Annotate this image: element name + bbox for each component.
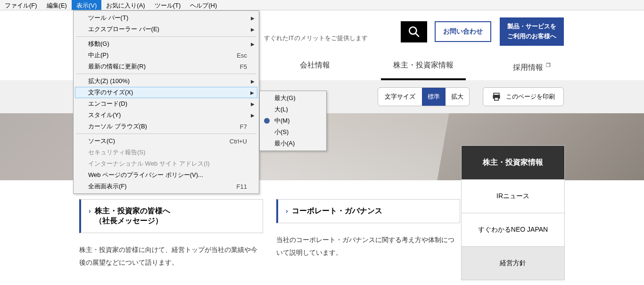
submenu-arrow-icon: ▶ <box>250 90 254 95</box>
submenu-arrow-icon: ▶ <box>251 42 255 47</box>
menu-item-label: 最小(A) <box>274 139 314 148</box>
submenu-arrow-icon: ▶ <box>251 16 255 21</box>
search-icon <box>408 25 420 38</box>
menu-item-label: 最大(G) <box>274 94 314 102</box>
menu-item-label: セキュリティ報告(S) <box>88 148 247 157</box>
textsize-menu-item[interactable]: 中(M) <box>261 115 325 126</box>
menu-shortcut: F5 <box>240 63 247 70</box>
sidebar-item-policy[interactable]: 経営方針 <box>462 246 564 280</box>
svg-rect-4 <box>495 98 498 101</box>
sidebar-header: 株主・投資家情報 <box>462 146 564 179</box>
chevron-right-icon: › <box>286 207 288 215</box>
nav-recruit[interactable]: 採用情報 ❐ <box>478 53 586 80</box>
search-button[interactable] <box>401 21 427 42</box>
menu-item-label: 移動(G) <box>88 40 247 48</box>
block-message-title-l1: 株主・投資家の皆様へ <box>95 207 170 215</box>
nav-investors[interactable]: 株主・投資家情報 <box>369 53 478 80</box>
block-governance-header[interactable]: › コーポレート・ガバナンス <box>276 199 460 223</box>
menu-shortcut: Esc <box>237 52 247 59</box>
printer-icon <box>492 92 501 101</box>
nav-recruit-label: 採用情報 <box>513 63 543 71</box>
menu-item-label: 大(L) <box>274 105 314 114</box>
view-menu-item[interactable]: ソース(C)Ctrl+U <box>75 135 257 147</box>
view-menu-item[interactable]: エンコード(D)▶ <box>75 98 257 109</box>
menubar-help[interactable]: ヘルプ(H) <box>185 0 222 10</box>
block-governance: › コーポレート・ガバナンス 当社のコーポレート・ガバナンスに関する考え方や体制… <box>276 199 460 268</box>
menu-item-label: スタイル(Y) <box>88 111 247 119</box>
textsize-menu-item[interactable]: 最小(A) <box>261 138 325 149</box>
nav-company[interactable]: 会社情報 <box>261 53 369 80</box>
menubar-edit[interactable]: 編集(E) <box>42 0 72 10</box>
view-menu-item[interactable]: 移動(G)▶ <box>75 38 257 50</box>
font-size-standard[interactable]: 標準 <box>422 88 446 106</box>
view-menu-item[interactable]: Web ページのプライバシー ポリシー(V)... <box>75 169 257 181</box>
submenu-arrow-icon: ▶ <box>251 113 255 118</box>
sidebar-card: 株主・投資家情報 IRニュース すぐわかるNEO JAPAN 経営方針 <box>461 145 565 280</box>
font-size-selector: 文字サイズ 標準 拡大 <box>378 87 470 106</box>
menubar-tools[interactable]: ツール(T) <box>150 0 186 10</box>
view-menu-item[interactable]: ツール バー(T)▶ <box>75 12 257 24</box>
menubar-favorites[interactable]: お気に入り(A) <box>101 0 149 10</box>
font-size-large[interactable]: 拡大 <box>446 92 469 101</box>
menu-item-label: 中(M) <box>274 117 314 125</box>
menu-shortcut: F7 <box>240 123 247 130</box>
menu-item-label: ソース(C) <box>88 137 230 145</box>
view-menu-item: インターナショナル Web サイト アドレス(I) <box>75 158 257 169</box>
menu-item-label: 拡大(Z) (100%) <box>88 77 247 85</box>
tagline: すぐれたITのメリットをご提供します <box>264 34 368 42</box>
block-message-title-l2: （社長メッセージ） <box>95 217 163 225</box>
cta-button[interactable]: 製品・サービスを ご利用のお客様へ <box>500 17 564 46</box>
selected-radio-icon <box>264 118 270 124</box>
menu-item-label: 中止(P) <box>88 51 237 59</box>
svg-line-1 <box>415 33 419 37</box>
submenu-arrow-icon: ▶ <box>251 27 255 32</box>
font-size-label: 文字サイズ <box>378 92 422 101</box>
menubar-view[interactable]: 表示(V) <box>72 0 101 10</box>
view-menu-item[interactable]: 文字のサイズ(X)▶ <box>75 87 257 98</box>
menu-item-label: インターナショナル Web サイト アドレス(I) <box>88 159 247 168</box>
view-menu: ツール バー(T)▶エクスプローラー バー(E)▶移動(G)▶中止(P)Esc最… <box>73 10 259 194</box>
menu-item-label: ツール バー(T) <box>88 14 247 22</box>
sidebar-item-about[interactable]: すぐわかるNEO JAPAN <box>462 213 564 246</box>
block-governance-body: 当社のコーポレート・ガバナンスに関する考え方や体制について説明しています。 <box>276 234 460 259</box>
chevron-right-icon: › <box>89 207 91 215</box>
view-menu-item[interactable]: 中止(P)Esc <box>75 50 257 61</box>
menu-item-label: 全画面表示(F) <box>88 182 237 191</box>
view-menu-item[interactable]: スタイル(Y)▶ <box>75 109 257 121</box>
menubar-file[interactable]: ファイル(F) <box>0 0 42 10</box>
external-link-icon: ❐ <box>546 62 551 68</box>
menu-item-label: エクスプローラー バー(E) <box>88 25 247 34</box>
view-menu-item[interactable]: カーソル ブラウズ(B)F7 <box>75 121 257 132</box>
block-message-body: 株主・投資家の皆様に向けて、経営トップが当社の業績や今後の展望などについて語りま… <box>79 243 263 268</box>
print-label: このページを印刷 <box>506 92 555 101</box>
textsize-menu-item[interactable]: 小(S) <box>261 126 325 138</box>
block-message-header[interactable]: › 株主・投資家の皆様へ （社長メッセージ） <box>79 199 263 233</box>
view-menu-item[interactable]: エクスプローラー バー(E)▶ <box>75 24 257 35</box>
cta-line2: ご利用のお客様へ <box>507 33 556 40</box>
menu-item-label: Web ページのプライバシー ポリシー(V)... <box>88 171 247 179</box>
sidebar-item-irnews[interactable]: IRニュース <box>462 179 564 213</box>
menu-shortcut: Ctrl+U <box>230 138 247 145</box>
submenu-arrow-icon: ▶ <box>251 79 255 84</box>
block-governance-title: コーポレート・ガバナンス <box>292 206 382 216</box>
textsize-menu-item[interactable]: 最大(G) <box>261 92 325 104</box>
contact-button[interactable]: お問い合わせ <box>435 21 491 42</box>
menu-shortcut: F11 <box>237 183 247 190</box>
view-menu-item[interactable]: 最新の情報に更新(R)F5 <box>75 61 257 72</box>
textsize-menu-item[interactable]: 大(L) <box>261 104 325 115</box>
view-menu-item: セキュリティ報告(S) <box>75 147 257 158</box>
text-size-submenu: 最大(G)大(L)中(M)小(S)最小(A) <box>259 91 327 151</box>
menubar: ファイル(F) 編集(E) 表示(V) お気に入り(A) ツール(T) ヘルプ(… <box>0 0 644 10</box>
print-button[interactable]: このページを印刷 <box>483 87 564 106</box>
view-menu-item[interactable]: 拡大(Z) (100%)▶ <box>75 75 257 87</box>
svg-point-0 <box>409 27 416 34</box>
menu-item-label: エンコード(D) <box>88 100 247 108</box>
menu-item-label: 小(S) <box>274 128 314 136</box>
menu-item-label: 文字のサイズ(X) <box>88 88 247 97</box>
view-menu-item[interactable]: 全画面表示(F)F11 <box>75 181 257 192</box>
block-message: › 株主・投資家の皆様へ （社長メッセージ） 株主・投資家の皆様に向けて、経営ト… <box>79 199 263 268</box>
menu-item-label: 最新の情報に更新(R) <box>88 62 240 71</box>
menu-item-label: カーソル ブラウズ(B) <box>88 122 240 131</box>
svg-rect-2 <box>494 93 499 95</box>
submenu-arrow-icon: ▶ <box>251 101 255 107</box>
